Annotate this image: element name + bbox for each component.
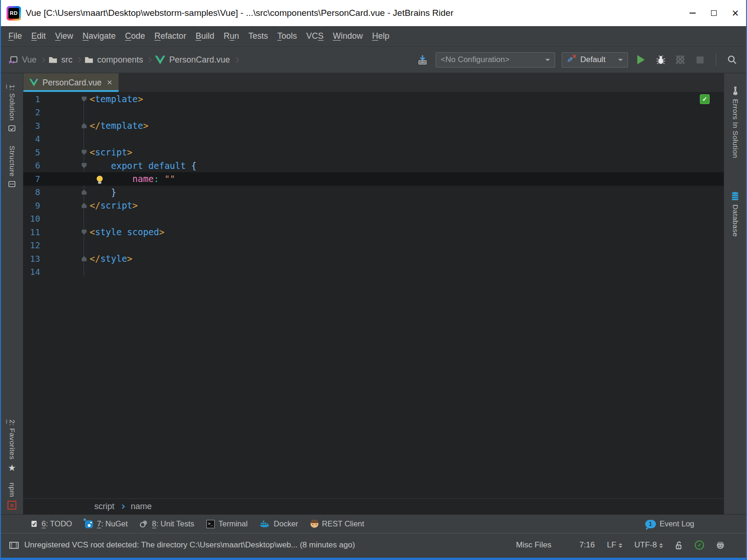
sidebar-item-structure[interactable]: Structure — [8, 146, 16, 189]
fold-marker[interactable] — [78, 150, 90, 155]
menu-item[interactable]: Run — [219, 31, 244, 41]
updown-arrows-icon — [619, 543, 622, 548]
context-widget[interactable]: Misc Files — [516, 540, 551, 550]
toolbar-divider — [716, 54, 716, 66]
editor[interactable]: 1<template>23</template>45<script>6 expo… — [23, 92, 724, 498]
structure-toolwindow-icon — [8, 180, 16, 188]
menu-item[interactable]: Navigate — [78, 31, 120, 41]
menu-item[interactable]: Edit — [27, 31, 50, 41]
menu-item[interactable]: Window — [328, 31, 367, 41]
editor-line-3[interactable]: 3</template> — [23, 119, 724, 133]
toolwindow-docker[interactable]: Docker — [254, 515, 304, 533]
fold-marker[interactable] — [78, 97, 90, 102]
editor-tab-bar: PersonCard.vue ✕ — [23, 73, 724, 92]
breadcrumb-separator-icon — [40, 57, 45, 62]
analysis-ok-icon[interactable]: ✓ — [695, 540, 704, 550]
editor-line-6[interactable]: 6 export default { — [23, 159, 724, 173]
toolwindow-event-log[interactable]: 1 Event Log — [639, 515, 700, 533]
intention-bulb-icon[interactable] — [97, 176, 103, 182]
inspection-status-indicator[interactable]: ✓ — [700, 94, 710, 104]
vue-logo-icon — [29, 79, 38, 86]
profile-value: Default — [580, 55, 606, 64]
breadcrumb-script[interactable]: script — [94, 502, 114, 511]
lock-open-icon[interactable] — [675, 541, 683, 550]
editor-line-9[interactable]: 9</script> — [23, 199, 724, 212]
breadcrumb-src[interactable]: src — [49, 55, 72, 65]
line-number: 12 — [23, 240, 40, 250]
line-ending-widget[interactable]: LF — [607, 540, 622, 550]
window-title: Vue [C:\Users\maart\Desktop\webstorm-sam… — [26, 8, 453, 18]
breadcrumb-separator-icon — [233, 57, 239, 62]
close-button[interactable]: ✕ — [725, 0, 746, 26]
fold-marker[interactable] — [78, 256, 90, 261]
toolwindow-nuget[interactable]: 7: NuGet — [78, 515, 134, 533]
todo-icon — [30, 520, 38, 528]
toolwindow-todo[interactable]: 6: TODO — [24, 515, 78, 533]
run-configuration-select[interactable]: <No Configuration> — [436, 52, 555, 68]
docker-whale-icon — [260, 520, 270, 528]
menu-item[interactable]: Code — [120, 31, 150, 41]
fold-marker[interactable] — [78, 203, 90, 208]
toolwindow-rest-client[interactable]: REST Client — [304, 515, 370, 533]
fold-marker[interactable] — [78, 163, 90, 168]
sidebar-item-npm[interactable]: npm n — [7, 483, 16, 510]
toolwindow-toggle-icon[interactable] — [9, 542, 19, 549]
editor-line-8[interactable]: 8 } — [23, 186, 724, 199]
right-tool-stripe: Errors In Solution Database — [724, 73, 746, 514]
breadcrumb-chevron-icon — [120, 504, 125, 509]
fold-marker[interactable] — [78, 230, 90, 235]
menu-item[interactable]: Refactor — [150, 31, 191, 41]
encoding-widget[interactable]: UTF-8 — [634, 540, 663, 550]
caret-position-widget[interactable]: 7:16 — [579, 540, 595, 550]
minimize-button[interactable] — [682, 0, 703, 26]
close-icon: ✕ — [732, 9, 739, 18]
menu-item[interactable]: File — [4, 31, 27, 41]
editor-line-12[interactable]: 12 — [23, 239, 724, 252]
nuget-icon — [84, 519, 93, 528]
status-message[interactable]: Unregistered VCS root detected: The dire… — [24, 540, 355, 550]
menu-item[interactable]: VCS — [302, 31, 328, 41]
editor-line-1[interactable]: 1<template> — [23, 92, 724, 106]
search-everywhere-button[interactable] — [726, 53, 739, 66]
menu-item[interactable]: Help — [367, 31, 394, 41]
hector-inspector-icon[interactable] — [716, 541, 725, 549]
line-number: 8 — [23, 187, 40, 197]
editor-line-2[interactable]: 2 — [23, 106, 724, 119]
breadcrumb-components[interactable]: components — [85, 55, 143, 65]
editor-line-7[interactable]: 7 name: "" — [23, 172, 724, 186]
tab-personcard-vue[interactable]: PersonCard.vue ✕ — [23, 73, 119, 92]
fold-marker[interactable] — [78, 123, 90, 128]
profile-select[interactable]: ✎✕ Default — [562, 52, 628, 68]
breadcrumb-solution[interactable]: Vue — [8, 55, 36, 65]
menu-item[interactable]: View — [50, 31, 78, 41]
navigation-bar: Vue src components PersonCard.vue — [1, 47, 746, 73]
breadcrumb-file[interactable]: PersonCard.vue — [155, 55, 230, 65]
debug-button[interactable] — [654, 53, 667, 66]
database-icon — [731, 192, 739, 201]
line-number: 7 — [23, 174, 40, 184]
toolwindow-terminal[interactable]: >_ Terminal — [200, 515, 254, 533]
toolwindow-unit-tests[interactable]: 8: Unit Tests — [134, 515, 200, 533]
sidebar-item-errors-in-solution[interactable]: Errors In Solution — [731, 86, 740, 158]
maximize-icon — [711, 10, 717, 16]
rider-logo-text: RD — [8, 8, 19, 19]
fold-marker[interactable] — [78, 189, 90, 195]
import-settings-icon[interactable] — [416, 53, 429, 66]
editor-line-11[interactable]: 11<style scoped> — [23, 225, 724, 239]
editor-line-5[interactable]: 5<script> — [23, 146, 724, 159]
breadcrumb-name[interactable]: name — [131, 502, 152, 511]
menu-item[interactable]: Tests — [244, 31, 273, 41]
menu-item[interactable]: Tools — [273, 31, 302, 41]
sidebar-item-favorites[interactable]: 2: Favorites ★ — [7, 420, 16, 472]
menu-item[interactable]: Build — [191, 31, 219, 41]
sidebar-item-solution[interactable]: 1: Solution — [8, 84, 16, 133]
tab-close-icon[interactable]: ✕ — [106, 78, 113, 87]
editor-line-14[interactable]: 14 — [23, 266, 724, 279]
maximize-button[interactable] — [703, 0, 725, 26]
run-button[interactable] — [634, 53, 648, 66]
editor-line-4[interactable]: 4 — [23, 133, 724, 146]
editor-line-10[interactable]: 10 — [23, 212, 724, 226]
breadcrumb-separator-icon — [76, 57, 81, 62]
sidebar-item-database[interactable]: Database — [731, 192, 740, 237]
editor-line-13[interactable]: 13</style> — [23, 252, 724, 266]
